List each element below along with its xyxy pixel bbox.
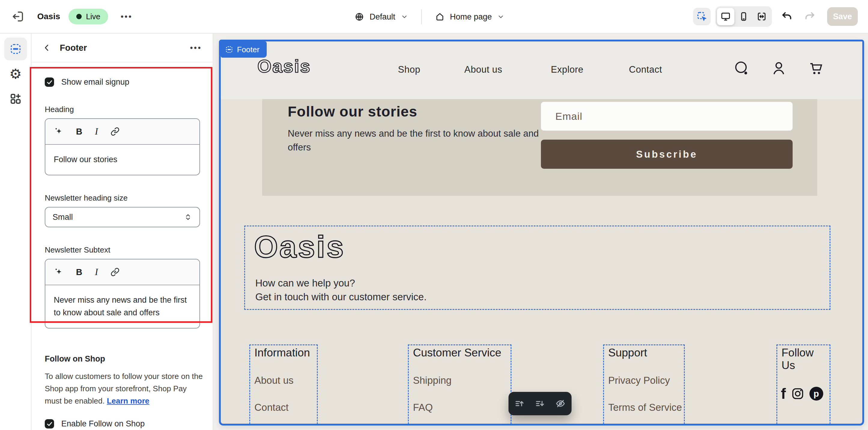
move-block-down-icon[interactable]: [535, 398, 546, 409]
heading-field-label: Heading: [45, 105, 200, 114]
footer-column-title: Follow Us: [781, 346, 830, 372]
ai-sparkle-icon[interactable]: [54, 127, 63, 136]
home-icon: [435, 12, 444, 22]
footer-help-block[interactable]: Oasis How can we help you? Get in touch …: [244, 225, 831, 310]
topbar-more-menu[interactable]: •••: [121, 12, 132, 21]
footer-column-title: Support: [608, 346, 684, 359]
social-icons-row: f p: [781, 387, 830, 401]
sidebar-tab-app-embeds[interactable]: [9, 92, 22, 105]
footer-help-text: How can we help you? Get in touch with o…: [255, 276, 427, 304]
desktop-view-button[interactable]: [717, 8, 734, 25]
footer-column-title: Information: [254, 346, 317, 359]
sections-icon: [225, 45, 233, 54]
footer-column-title: Customer Service: [413, 346, 510, 359]
exit-editor-icon[interactable]: [11, 10, 25, 23]
cart-icon[interactable]: [808, 60, 825, 77]
link-icon[interactable]: [111, 127, 120, 136]
search-icon[interactable]: [733, 60, 750, 77]
ai-sparkle-icon[interactable]: [54, 267, 63, 277]
mobile-view-button[interactable]: [735, 8, 752, 25]
checkbox-checked-icon[interactable]: [45, 78, 54, 87]
follow-on-shop-description: To allow customers to follow your store …: [45, 370, 204, 407]
topbar-center: Default Home page: [354, 0, 504, 34]
learn-more-link[interactable]: Learn more: [107, 396, 150, 405]
back-button[interactable]: [42, 43, 51, 52]
undo-button[interactable]: [781, 10, 793, 23]
help-line-1: How can we help you?: [255, 276, 427, 290]
pinterest-icon[interactable]: p: [809, 387, 823, 401]
workspace: ⚙ Footer ••• Show email signup Heading: [0, 34, 868, 430]
enable-follow-on-shop-checkbox-row[interactable]: Enable Follow on Shop: [45, 419, 200, 429]
footer-link-privacy-policy[interactable]: Privacy Policy: [608, 375, 684, 386]
footer-link-about-us[interactable]: About us: [254, 375, 317, 386]
store-logo[interactable]: Oasis: [257, 56, 311, 76]
globe-icon: [354, 12, 364, 22]
chevron-down-icon: [401, 13, 408, 21]
sidebar-tab-theme-settings[interactable]: ⚙: [9, 67, 22, 81]
panel-header: Footer •••: [32, 34, 213, 62]
section-tag-label: Footer: [237, 45, 259, 54]
bold-icon[interactable]: B: [76, 267, 82, 277]
footer-link-terms-of-service[interactable]: Terms of Service: [608, 402, 684, 413]
email-input[interactable]: [541, 102, 793, 131]
topbar-left: Oasis Live •••: [0, 9, 132, 24]
locale-selector[interactable]: Default: [354, 12, 408, 22]
italic-icon[interactable]: I: [95, 126, 98, 137]
newsletter-heading-size-label: Newsletter heading size: [45, 193, 200, 203]
newsletter-heading-size-select[interactable]: Small: [45, 207, 200, 227]
footer-link-contact[interactable]: Contact: [254, 402, 317, 413]
bold-icon[interactable]: B: [76, 127, 82, 136]
footer-link-shipping[interactable]: Shipping: [413, 375, 510, 386]
newsletter-subtext: Never miss any news and be the first to …: [288, 127, 543, 154]
footer-column-follow-us[interactable]: Follow Us f p: [776, 344, 831, 426]
hide-block-icon[interactable]: [555, 398, 566, 409]
heading-field-value[interactable]: Follow our stories: [45, 145, 199, 175]
chevron-down-icon: [497, 13, 504, 21]
italic-icon[interactable]: I: [95, 267, 98, 277]
page-selector[interactable]: Home page: [435, 12, 504, 22]
nav-link-about-us[interactable]: About us: [464, 64, 502, 75]
selected-section-tag[interactable]: Footer: [221, 41, 267, 58]
newsletter-subtext-value[interactable]: Never miss any news and be the first to …: [45, 285, 200, 328]
footer-column-customer-service[interactable]: Customer Service Shipping FAQ: [408, 344, 512, 426]
footer-column-support[interactable]: Support Privacy Policy Terms of Service: [603, 344, 685, 426]
facebook-icon[interactable]: f: [781, 387, 786, 400]
account-icon[interactable]: [770, 60, 787, 77]
follow-on-shop-title: Follow on Shop: [45, 354, 200, 364]
newsletter-section: Follow our stories Never miss any news a…: [262, 99, 817, 196]
nav-link-contact[interactable]: Contact: [629, 64, 662, 75]
nav-link-shop[interactable]: Shop: [398, 64, 420, 75]
top-bar: Oasis Live ••• Default Home page: [0, 0, 868, 34]
sections-icon: [10, 43, 22, 55]
save-button[interactable]: Save: [827, 7, 858, 26]
redo-button[interactable]: [804, 10, 816, 23]
topbar-divider: [421, 9, 422, 24]
show-email-signup-label: Show email signup: [61, 78, 129, 87]
link-icon[interactable]: [111, 268, 120, 277]
show-email-signup-checkbox-row[interactable]: Show email signup: [45, 78, 200, 87]
inspector-tool-button[interactable]: [693, 8, 711, 25]
newsletter-heading: Follow our stories: [288, 103, 417, 120]
footer-link-faq[interactable]: FAQ: [413, 402, 510, 413]
block-actions-toolbar: [508, 392, 571, 415]
checkbox-checked-icon[interactable]: [45, 419, 54, 429]
instagram-icon[interactable]: [791, 387, 805, 401]
page-selector-value: Home page: [450, 12, 492, 22]
subtext-richtext-editor: B I Never miss any news and be the first…: [45, 259, 200, 329]
apps-icon: [9, 92, 22, 105]
live-dot-icon: [76, 14, 82, 19]
preview-canvas: Footer Oasis Shop About us Explore Conta…: [213, 34, 868, 430]
footer-column-information[interactable]: Information About us Contact: [249, 344, 318, 426]
heading-richtext-editor: B I Follow our stories: [45, 118, 200, 175]
move-block-up-icon[interactable]: [514, 398, 525, 409]
store-header: Oasis Shop About us Explore Contact: [221, 41, 862, 99]
nav-link-explore[interactable]: Explore: [551, 64, 584, 75]
panel-title: Footer: [60, 43, 87, 53]
live-status-badge[interactable]: Live: [68, 9, 108, 24]
newsletter-subtext-label: Newsletter Subtext: [45, 245, 200, 255]
subscribe-button[interactable]: Subscribe: [541, 140, 793, 169]
viewport-switcher: [715, 6, 772, 27]
sidebar-tab-sections[interactable]: [4, 37, 27, 60]
panel-more-menu[interactable]: •••: [190, 43, 202, 53]
fullwidth-view-button[interactable]: [753, 8, 770, 25]
